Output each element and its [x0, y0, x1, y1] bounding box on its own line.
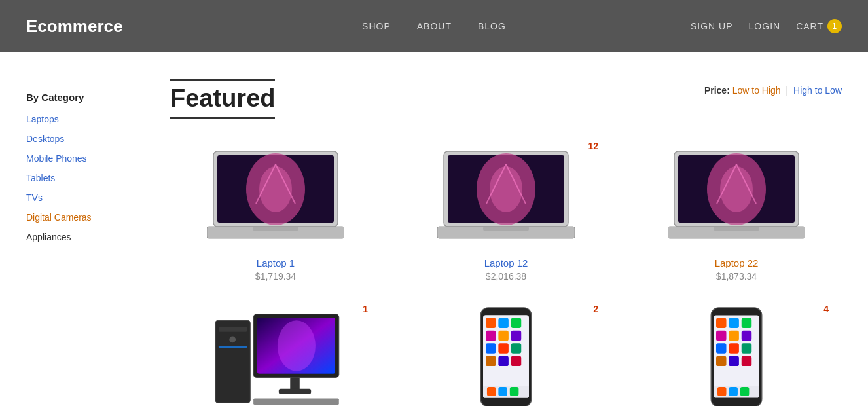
product-link[interactable]: Laptop 1	[257, 257, 295, 268]
svg-rect-42	[498, 330, 509, 341]
svg-rect-15	[483, 227, 529, 231]
product-card: 12 Laptop 12 $2,016.38	[401, 138, 611, 282]
svg-rect-66	[716, 356, 727, 366]
svg-rect-32	[290, 377, 300, 390]
product-image-container	[631, 138, 842, 249]
laptop-image	[668, 145, 805, 243]
svg-rect-7	[253, 227, 298, 231]
svg-rect-43	[511, 330, 522, 341]
header-actions: SIGN UP LOGIN CART 1	[638, 19, 842, 33]
phone-image	[477, 306, 535, 407]
svg-rect-68	[742, 356, 752, 366]
svg-rect-65	[742, 343, 752, 354]
desktop-image	[207, 308, 344, 406]
sidebar-item-desktops[interactable]: Desktops	[26, 134, 64, 144]
svg-rect-49	[511, 356, 522, 366]
nav-about[interactable]: ABOUT	[417, 21, 452, 31]
product-badge: 4	[823, 304, 829, 314]
svg-rect-54	[496, 309, 515, 314]
product-image-container: 4	[631, 301, 842, 406]
product-card: 2	[401, 301, 611, 406]
sidebar-item-tablets[interactable]: Tablets	[26, 173, 55, 183]
sidebar-item-appliances[interactable]: Appliances	[26, 232, 71, 242]
sidebar-title: By Category	[26, 92, 144, 103]
svg-rect-47	[486, 356, 496, 366]
svg-rect-39	[498, 318, 509, 328]
cart-link[interactable]: CART 1	[796, 19, 842, 33]
product-link[interactable]: Laptop 12	[484, 257, 528, 268]
product-price: $2,016.38	[486, 271, 526, 282]
price-label: Price:	[704, 85, 730, 96]
product-price: $1,719.34	[255, 271, 296, 282]
site-logo: Ecommerce	[26, 16, 230, 37]
svg-rect-63	[716, 343, 727, 354]
sidebar-item-laptops[interactable]: Laptops	[26, 114, 59, 124]
svg-rect-64	[729, 343, 739, 354]
featured-title: Featured	[170, 79, 275, 119]
nav-blog[interactable]: BLOG	[478, 21, 506, 31]
svg-rect-51	[487, 387, 496, 396]
product-image-container: 1	[170, 301, 381, 406]
product-image-container: 2	[401, 301, 611, 406]
svg-rect-61	[729, 330, 739, 341]
svg-point-19	[720, 166, 753, 212]
main-nav: SHOP ABOUT BLOG	[230, 21, 638, 31]
sidebar-item-tvs[interactable]: TVs	[26, 193, 43, 203]
category-list: Laptops Desktops Mobile Phones Tablets T…	[26, 113, 144, 243]
cart-badge: 1	[827, 19, 842, 33]
sort-separator: |	[786, 85, 789, 96]
login-link[interactable]: LOGIN	[749, 21, 781, 31]
product-card: Laptop 1 $1,719.34	[170, 138, 381, 282]
product-card: 4	[631, 301, 842, 406]
product-badge: 1	[363, 304, 368, 314]
nav-shop[interactable]: SHOP	[362, 21, 391, 31]
cart-label: CART	[796, 21, 823, 31]
product-link[interactable]: Laptop 22	[715, 257, 759, 268]
product-price: $1,873.34	[716, 271, 757, 282]
sidebar: By Category Laptops Desktops Mobile Phon…	[26, 79, 144, 406]
phone-image	[707, 306, 766, 407]
laptop-image	[437, 145, 575, 243]
sidebar-item-digital-cameras[interactable]: Digital Cameras	[26, 212, 92, 223]
content-header: Featured Price: Low to High | High to Lo…	[170, 79, 842, 119]
product-grid: Laptop 1 $1,719.34 12	[170, 138, 842, 406]
svg-rect-70	[717, 387, 727, 396]
product-badge: 2	[593, 304, 598, 314]
product-name: Laptop 1	[257, 257, 295, 268]
svg-rect-62	[742, 330, 752, 341]
svg-rect-72	[740, 387, 750, 396]
svg-rect-25	[219, 327, 247, 332]
sort-high-to-low[interactable]: High to Low	[793, 85, 842, 96]
product-image-container	[170, 138, 381, 249]
svg-rect-57	[716, 318, 727, 328]
svg-point-3	[259, 166, 292, 212]
svg-rect-23	[714, 227, 759, 231]
svg-rect-24	[215, 320, 250, 403]
svg-rect-46	[511, 343, 522, 354]
svg-rect-41	[486, 330, 496, 341]
main-content: Featured Price: Low to High | High to Lo…	[170, 79, 842, 406]
product-card: 1	[170, 301, 381, 406]
svg-rect-73	[727, 309, 746, 314]
product-name: Laptop 12	[484, 257, 528, 268]
svg-rect-40	[511, 318, 522, 328]
svg-point-26	[229, 337, 236, 343]
product-image-container: 12	[401, 138, 611, 249]
svg-rect-59	[742, 318, 752, 328]
product-name: Laptop 22	[715, 257, 759, 268]
svg-rect-67	[729, 356, 739, 366]
product-badge: 12	[588, 141, 598, 151]
sort-low-to-high[interactable]: Low to High	[732, 85, 781, 96]
svg-rect-33	[279, 389, 311, 394]
sidebar-item-mobile-phones[interactable]: Mobile Phones	[26, 153, 87, 164]
svg-rect-53	[510, 387, 519, 396]
svg-rect-48	[498, 356, 509, 366]
laptop-image	[207, 145, 344, 243]
svg-rect-45	[498, 343, 509, 354]
svg-rect-71	[729, 387, 738, 396]
svg-point-11	[490, 166, 522, 212]
svg-rect-27	[219, 346, 247, 348]
svg-rect-60	[716, 330, 727, 341]
product-card: Laptop 22 $1,873.34	[631, 138, 842, 282]
signup-link[interactable]: SIGN UP	[691, 21, 733, 31]
